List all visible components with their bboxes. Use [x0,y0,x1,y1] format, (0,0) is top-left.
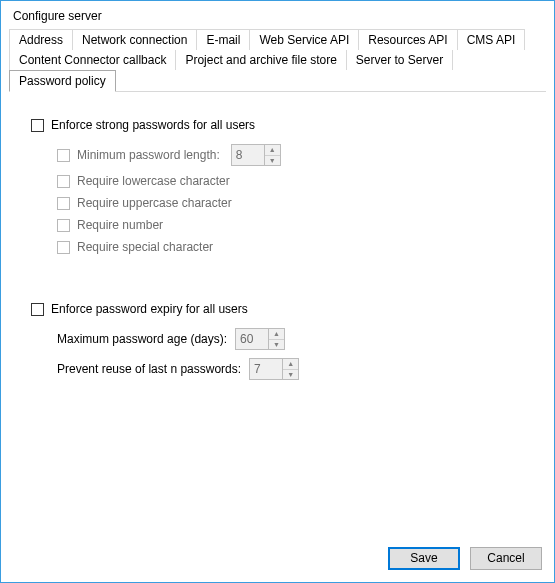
expiry-group: Enforce password expiry for all users Ma… [55,302,526,380]
strong-password-group: Enforce strong passwords for all users M… [55,118,526,254]
req-number-label: Require number [77,218,163,232]
min-length-label: Minimum password length: [77,148,220,162]
save-button[interactable]: Save [388,547,460,570]
min-length-input[interactable] [231,144,265,166]
enforce-expiry-checkbox[interactable] [31,303,44,316]
reuse-label: Prevent reuse of last n passwords: [57,362,241,376]
enforce-strong-checkbox[interactable] [31,119,44,132]
chevron-down-icon[interactable]: ▼ [265,156,280,166]
req-lower-checkbox[interactable] [57,175,70,188]
req-upper-label: Require uppercase character [77,196,232,210]
req-special-label: Require special character [77,240,213,254]
tab-resources-api[interactable]: Resources API [358,29,457,50]
dialog-buttons: Save Cancel [388,547,542,570]
min-length-checkbox[interactable] [57,149,70,162]
tab-network-connection[interactable]: Network connection [72,29,197,50]
chevron-up-icon[interactable]: ▲ [265,145,280,156]
min-length-spinner[interactable]: ▲ ▼ [231,144,281,166]
reuse-input[interactable] [249,358,283,380]
tab-content: Enforce strong passwords for all users M… [1,92,554,380]
tab-web-service-api[interactable]: Web Service API [249,29,359,50]
cancel-button[interactable]: Cancel [470,547,542,570]
chevron-down-icon[interactable]: ▼ [269,340,284,350]
max-age-label: Maximum password age (days): [57,332,227,346]
enforce-expiry-label: Enforce password expiry for all users [51,302,248,316]
tab-password-policy[interactable]: Password policy [9,70,116,92]
max-age-spinner[interactable]: ▲ ▼ [235,328,285,350]
tab-server-to-server[interactable]: Server to Server [346,50,453,70]
req-upper-checkbox[interactable] [57,197,70,210]
req-number-checkbox[interactable] [57,219,70,232]
req-special-checkbox[interactable] [57,241,70,254]
chevron-up-icon[interactable]: ▲ [283,359,298,370]
req-lower-label: Require lowercase character [77,174,230,188]
tab-content-connector-callback[interactable]: Content Connector callback [9,50,176,70]
enforce-strong-label: Enforce strong passwords for all users [51,118,255,132]
tab-project-and-archive-file-store[interactable]: Project and archive file store [175,50,346,70]
dialog-title: Configure server [1,1,554,29]
chevron-down-icon[interactable]: ▼ [283,370,298,380]
tab-cms-api[interactable]: CMS API [457,29,526,50]
chevron-up-icon[interactable]: ▲ [269,329,284,340]
reuse-spinner[interactable]: ▲ ▼ [249,358,299,380]
tab-address[interactable]: Address [9,29,73,50]
tab-strip: AddressNetwork connectionE-mailWeb Servi… [1,29,554,92]
tab-e-mail[interactable]: E-mail [196,29,250,50]
max-age-input[interactable] [235,328,269,350]
